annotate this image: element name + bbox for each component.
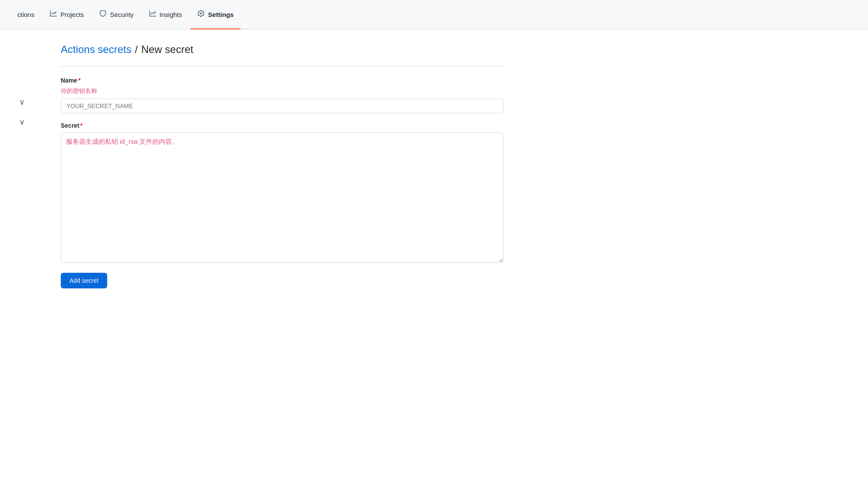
name-form-group: Name* 你的密钥名称 bbox=[61, 77, 503, 113]
tab-settings-label: Settings bbox=[208, 11, 233, 18]
name-label: Name* bbox=[61, 77, 503, 84]
secret-required: * bbox=[80, 122, 82, 129]
secret-label: Secret* bbox=[61, 122, 503, 129]
divider bbox=[61, 66, 503, 66]
top-navigation: ctions Projects Security Insights Settin… bbox=[0, 0, 868, 30]
sidebar: ∨ ∨ bbox=[17, 43, 52, 288]
projects-icon bbox=[50, 10, 57, 19]
security-icon bbox=[99, 10, 106, 19]
tab-security[interactable]: Security bbox=[92, 0, 140, 30]
tab-projects-label: Projects bbox=[60, 11, 84, 18]
settings-icon bbox=[197, 10, 204, 19]
tab-insights[interactable]: Insights bbox=[142, 0, 189, 30]
add-secret-button[interactable]: Add secret bbox=[61, 273, 107, 288]
breadcrumb-separator: / bbox=[135, 43, 138, 56]
tab-actions[interactable]: ctions bbox=[10, 0, 41, 30]
tab-settings[interactable]: Settings bbox=[191, 0, 240, 30]
name-input[interactable] bbox=[61, 99, 503, 113]
breadcrumb-current: New secret bbox=[141, 43, 193, 56]
content-area: Actions secrets / New secret Name* 你的密钥名… bbox=[52, 43, 503, 288]
name-required: * bbox=[78, 77, 80, 84]
main-content: ∨ ∨ Actions secrets / New secret Name* 你… bbox=[0, 30, 521, 302]
sidebar-chevron-2[interactable]: ∨ bbox=[17, 116, 52, 129]
breadcrumb: Actions secrets / New secret bbox=[61, 43, 503, 56]
name-annotation: 你的密钥名称 bbox=[61, 87, 503, 95]
secret-form-group: Secret* 服务器生成的私钥 id_rsa 文件的内容。 bbox=[61, 122, 503, 264]
sidebar-chevron-1[interactable]: ∨ bbox=[17, 96, 52, 109]
tab-projects[interactable]: Projects bbox=[43, 0, 91, 30]
nav-tabs: ctions Projects Security Insights Settin… bbox=[10, 0, 240, 29]
textarea-wrapper: 服务器生成的私钥 id_rsa 文件的内容。 bbox=[61, 132, 503, 264]
secret-textarea[interactable] bbox=[61, 132, 503, 263]
tab-actions-label: ctions bbox=[17, 11, 34, 18]
tab-security-label: Security bbox=[110, 11, 133, 18]
breadcrumb-link[interactable]: Actions secrets bbox=[61, 43, 132, 56]
tab-insights-label: Insights bbox=[160, 11, 182, 18]
insights-icon bbox=[149, 10, 156, 19]
